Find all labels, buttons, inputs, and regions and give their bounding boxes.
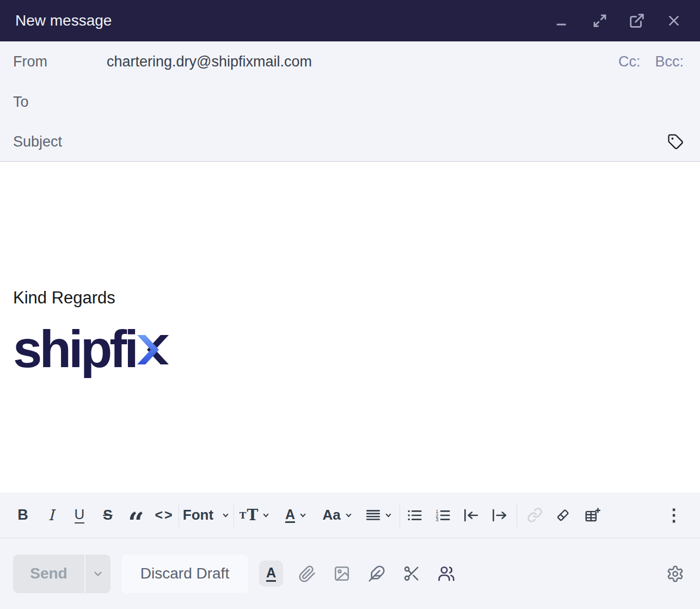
strikethrough-button[interactable]: S: [94, 500, 122, 531]
chevron-down-icon: [345, 511, 353, 519]
feather-icon: [368, 565, 385, 582]
chevron-down-icon: [92, 568, 104, 580]
insert-table-button[interactable]: [577, 500, 607, 531]
font-dropdown-label: Font: [183, 507, 213, 523]
shipfix-logo: shipfi: [13, 323, 183, 375]
to-label: To: [13, 94, 107, 111]
align-icon: [366, 508, 380, 522]
formatting-toggle-icon: A: [266, 565, 276, 582]
letter-case-icon: Aa: [322, 507, 340, 523]
formatting-toggle-button[interactable]: A: [259, 561, 283, 587]
tag-button[interactable]: [667, 133, 684, 150]
settings-gear-icon: [666, 565, 684, 583]
bold-icon: B: [17, 507, 28, 523]
indent-icon: [491, 507, 507, 523]
logo-wordmark: shipfi: [13, 323, 136, 375]
contacts-button[interactable]: [434, 562, 458, 586]
numbered-list-icon: 1 2 3: [435, 508, 450, 523]
chevron-down-icon: [299, 511, 307, 519]
to-input[interactable]: [107, 94, 684, 111]
eraser-icon: [555, 508, 570, 523]
minimize-icon: [555, 13, 571, 29]
font-size-dropdown[interactable]: T T: [234, 500, 275, 531]
insert-image-button[interactable]: [330, 562, 354, 586]
font-size-icon: T: [240, 510, 247, 521]
window-controls: [553, 11, 684, 31]
attach-file-button[interactable]: [295, 562, 319, 586]
popout-icon: [629, 13, 645, 29]
font-family-dropdown[interactable]: Font: [179, 500, 234, 531]
code-button[interactable]: <>: [150, 500, 179, 531]
chevron-down-icon: [384, 511, 392, 519]
underline-icon: U: [75, 507, 85, 523]
toolbar-divider: [517, 503, 517, 528]
compose-window: New message: [0, 0, 700, 609]
strikethrough-icon: S: [103, 507, 112, 523]
action-bar: Send Discard Draft A: [0, 538, 700, 609]
bullet-list-button[interactable]: [400, 500, 428, 531]
subject-input[interactable]: [107, 133, 660, 150]
indent-button[interactable]: [485, 500, 513, 531]
close-button[interactable]: [664, 11, 684, 31]
text-color-dropdown[interactable]: A: [275, 500, 317, 531]
italic-icon: I: [48, 507, 54, 523]
formatting-toolbar: B I U S “ <> Font T T A Aa: [0, 492, 700, 538]
send-button[interactable]: Send: [13, 555, 84, 593]
bcc-button[interactable]: Bcc:: [655, 53, 684, 70]
expand-button[interactable]: [590, 11, 610, 31]
window-title: New message: [15, 12, 112, 29]
signature-button[interactable]: [365, 562, 389, 586]
bold-button[interactable]: B: [9, 500, 37, 531]
snippets-button[interactable]: [400, 562, 423, 586]
minimize-button[interactable]: [553, 11, 573, 31]
insert-table-icon: [584, 507, 600, 523]
from-label: From: [13, 53, 107, 70]
close-icon: [666, 13, 681, 28]
clear-formatting-button[interactable]: [549, 500, 577, 531]
bullet-list-icon: [407, 508, 422, 523]
outdent-button[interactable]: [457, 500, 485, 531]
image-icon: [333, 565, 351, 582]
from-row: From chartering.dry@shipfixmail.com Cc: …: [0, 41, 700, 82]
cc-bcc-group: Cc: Bcc:: [618, 53, 684, 70]
scissors-icon: [403, 565, 420, 582]
outdent-icon: [463, 507, 479, 523]
italic-button[interactable]: I: [37, 500, 65, 531]
link-icon: [527, 507, 543, 523]
insert-link-button[interactable]: [520, 500, 549, 531]
more-options-button[interactable]: ⋮: [663, 500, 685, 531]
message-body[interactable]: Kind Regards shipfi: [0, 162, 700, 492]
to-row: To: [0, 82, 700, 122]
code-icon: <>: [155, 507, 174, 523]
popout-button[interactable]: [627, 11, 647, 31]
cc-button[interactable]: Cc:: [618, 53, 641, 70]
subject-row: Subject: [0, 122, 700, 162]
blockquote-button[interactable]: “: [122, 500, 150, 531]
chevron-down-icon: [222, 511, 230, 519]
discard-draft-button[interactable]: Discard Draft: [121, 555, 248, 593]
settings-button[interactable]: [663, 562, 687, 586]
svg-text:3: 3: [435, 517, 438, 522]
text-color-icon: A: [285, 507, 295, 523]
header-fields: From chartering.dry@shipfixmail.com Cc: …: [0, 41, 700, 162]
subject-label: Subject: [13, 133, 107, 150]
from-value[interactable]: chartering.dry@shipfixmail.com: [107, 53, 312, 70]
more-options-icon: ⋮: [666, 507, 683, 523]
letter-case-dropdown[interactable]: Aa: [317, 500, 358, 531]
expand-icon: [592, 13, 608, 29]
tag-icon: [667, 133, 684, 150]
chevron-down-icon: [262, 511, 270, 519]
logo-x-mark: [137, 335, 169, 364]
signature-closing: Kind Regards: [13, 288, 700, 308]
titlebar: New message: [0, 0, 700, 41]
send-options-button[interactable]: [85, 555, 110, 593]
attachment-icon: [298, 565, 316, 583]
alignment-dropdown[interactable]: [358, 500, 400, 531]
contacts-icon: [437, 564, 456, 583]
numbered-list-button[interactable]: 1 2 3: [428, 500, 457, 531]
underline-button[interactable]: U: [65, 500, 94, 531]
